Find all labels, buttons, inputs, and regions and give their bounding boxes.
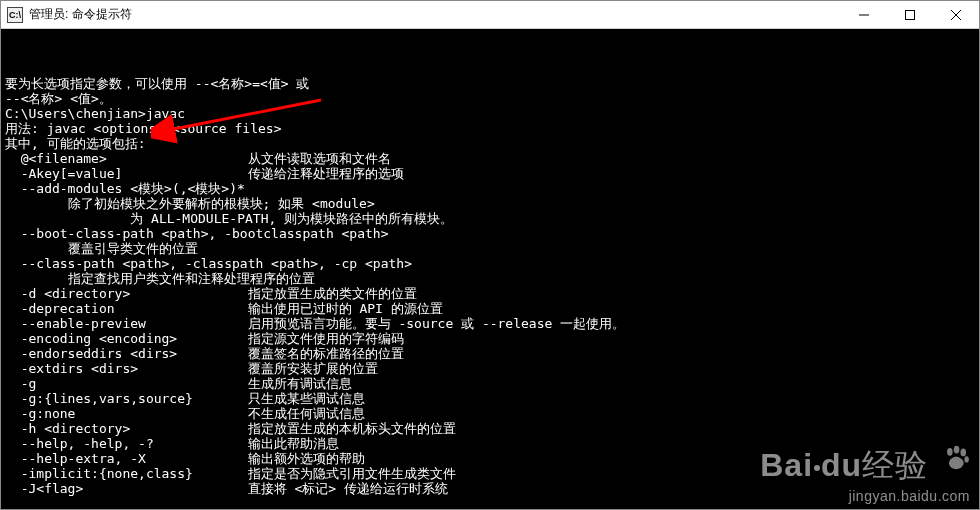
- window-controls: [841, 1, 979, 28]
- terminal-line: --help, -help, -? 输出此帮助消息: [5, 436, 975, 451]
- terminal-line: 用法: javac <options> <source files>: [5, 121, 975, 136]
- terminal-line: -endorseddirs <dirs> 覆盖签名的标准路径的位置: [5, 346, 975, 361]
- terminal-line: -deprecation 输出使用已过时的 API 的源位置: [5, 301, 975, 316]
- terminal-line: C:\Users\chenjian>javac: [5, 106, 975, 121]
- terminal-line: --boot-class-path <path>, -bootclasspath…: [5, 226, 975, 241]
- terminal-line: 指定查找用户类文件和注释处理程序的位置: [5, 271, 975, 286]
- terminal-line: -d <directory> 指定放置生成的类文件的位置: [5, 286, 975, 301]
- window-title: 管理员: 命令提示符: [29, 6, 841, 23]
- terminal-line: -J<flag> 直接将 <标记> 传递给运行时系统: [5, 481, 975, 496]
- close-button[interactable]: [933, 1, 979, 28]
- terminal-line: --enable-preview 启用预览语言功能。要与 -source 或 -…: [5, 316, 975, 331]
- terminal-line: -g:none 不生成任何调试信息: [5, 406, 975, 421]
- terminal-line: -extdirs <dirs> 覆盖所安装扩展的位置: [5, 361, 975, 376]
- terminal-line: 覆盖引导类文件的位置: [5, 241, 975, 256]
- terminal-line: @<filename> 从文件读取选项和文件名: [5, 151, 975, 166]
- terminal-line: 除了初始模块之外要解析的根模块; 如果 <module>: [5, 196, 975, 211]
- terminal-line: 要为长选项指定参数，可以使用 --<名称>=<值> 或: [5, 76, 975, 91]
- terminal-line: -implicit:{none,class} 指定是否为隐式引用文件生成类文件: [5, 466, 975, 481]
- maximize-button[interactable]: [887, 1, 933, 28]
- terminal-line: --class-path <path>, -classpath <path>, …: [5, 256, 975, 271]
- titlebar[interactable]: C:\ 管理员: 命令提示符: [1, 1, 979, 29]
- terminal-line: --add-modules <模块>(,<模块>)*: [5, 181, 975, 196]
- minimize-button[interactable]: [841, 1, 887, 28]
- terminal-line: --<名称> <值>。: [5, 91, 975, 106]
- terminal-line: -g 生成所有调试信息: [5, 376, 975, 391]
- command-prompt-window: C:\ 管理员: 命令提示符 要为长选项指定参数，可以使用 --<名称>=<值>…: [0, 0, 980, 510]
- terminal-output[interactable]: 要为长选项指定参数，可以使用 --<名称>=<值> 或--<名称> <值>。C:…: [1, 29, 979, 509]
- terminal-line: -g:{lines,vars,source} 只生成某些调试信息: [5, 391, 975, 406]
- terminal-line: -h <directory> 指定放置生成的本机标头文件的位置: [5, 421, 975, 436]
- svg-rect-1: [906, 10, 915, 19]
- terminal-line: --help-extra, -X 输出额外选项的帮助: [5, 451, 975, 466]
- cmd-icon: C:\: [7, 7, 23, 23]
- terminal-line: 为 ALL-MODULE-PATH, 则为模块路径中的所有模块。: [5, 211, 975, 226]
- terminal-line: -Akey[=value] 传递给注释处理程序的选项: [5, 166, 975, 181]
- terminal-line: -encoding <encoding> 指定源文件使用的字符编码: [5, 331, 975, 346]
- terminal-line: 其中, 可能的选项包括:: [5, 136, 975, 151]
